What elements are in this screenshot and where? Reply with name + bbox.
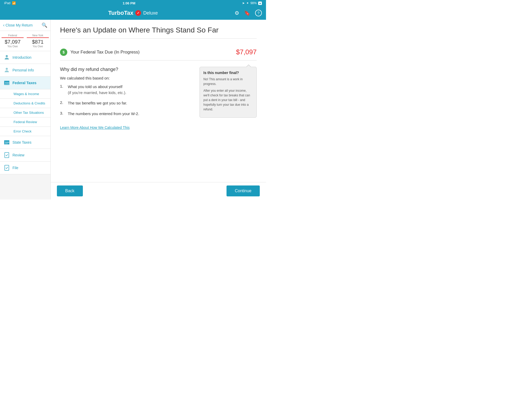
- back-chevron-icon: ‹: [3, 23, 4, 28]
- close-return-label: Close My Return: [5, 23, 32, 27]
- svg-point-0: [6, 55, 8, 57]
- battery-label: 98%: [250, 1, 257, 5]
- sidebar-item-label-error-check: Error Check: [14, 129, 31, 133]
- federal-amount: $7,097: [2, 39, 24, 45]
- federal-label: Federal: [2, 34, 24, 37]
- wifi-icon: 📶: [12, 1, 16, 5]
- tooltip-para2: After you enter all your income, we'll c…: [203, 88, 253, 112]
- introduction-icon: [4, 54, 10, 61]
- sidebar-item-other-tax[interactable]: Other Tax Situations: [0, 108, 50, 117]
- state-underline: [27, 37, 49, 38]
- help-icon[interactable]: ?: [255, 10, 262, 16]
- main-text-content: Why did my refund change? We calculated …: [60, 67, 193, 130]
- sidebar-item-label-state: State Taxes: [12, 140, 31, 144]
- sidebar-item-label-federal: Federal Taxes: [12, 81, 36, 85]
- continue-button[interactable]: Continue: [227, 185, 260, 196]
- header-actions: ⚙ 🔖 ?: [235, 10, 262, 16]
- bluetooth-icon: ✦: [246, 1, 249, 5]
- list-text-2: The tax benefits we got you so far.: [68, 100, 127, 106]
- app-name: TurboTax: [108, 10, 134, 16]
- file-icon: [4, 165, 10, 171]
- personal-info-icon: [4, 67, 10, 73]
- sidebar-item-review[interactable]: Review: [0, 149, 50, 162]
- edition-label: Deluxe: [143, 10, 158, 16]
- sidebar: ‹ Close My Return 🔍 Federal $7,097 You O…: [0, 20, 51, 200]
- sidebar-item-label-review: Review: [12, 153, 24, 157]
- settings-icon[interactable]: ⚙: [235, 10, 239, 16]
- sidebar-item-label-federal-review: Federal Review: [14, 120, 37, 124]
- footer: Back Continue: [51, 182, 266, 200]
- federal-due-label: Your Federal Tax Due (In Progress): [70, 50, 139, 55]
- federal-due-left: $ Your Federal Tax Due (In Progress): [60, 49, 139, 56]
- sidebar-item-wages[interactable]: Wages & Income: [0, 89, 50, 99]
- sidebar-item-file[interactable]: File: [0, 162, 50, 174]
- sidebar-item-federal-taxes[interactable]: TAXESFEDERAL Federal Taxes: [0, 77, 50, 89]
- reasons-list: 1. What you told us about yourself (if y…: [60, 84, 193, 117]
- state-summary: New York $871 You Owe: [25, 33, 50, 49]
- content-area: Here's an Update on Where Things Stand S…: [51, 20, 266, 200]
- app-logo: TurboTax ✓ Deluxe: [108, 10, 158, 16]
- tax-summary: Federal $7,097 You Owe New York $871 You…: [0, 31, 50, 51]
- svg-text:FEDERAL: FEDERAL: [4, 84, 9, 85]
- svg-text:STATE: STATE: [5, 143, 8, 144]
- list-item-2: 2. The tax benefits we got you so far.: [60, 100, 193, 106]
- svg-rect-8: [5, 152, 9, 158]
- bookmark-icon[interactable]: 🔖: [244, 10, 250, 16]
- federal-summary: Federal $7,097 You Owe: [0, 33, 25, 49]
- main-layout: ‹ Close My Return 🔍 Federal $7,097 You O…: [0, 20, 266, 200]
- content-body: Here's an Update on Where Things Stand S…: [51, 20, 266, 182]
- state-taxes-icon: TAXESSTATE: [4, 139, 10, 145]
- list-text-3: The numbers you entered from your W-2.: [68, 111, 139, 117]
- status-bar: iPad 📶 1:06 PM ➤ ✦ 98% ■: [0, 0, 266, 6]
- list-num-1: 1.: [60, 84, 65, 88]
- list-item-1: 1. What you told us about yourself (if y…: [60, 84, 193, 96]
- federal-taxes-icon: TAXESFEDERAL: [4, 80, 10, 86]
- sidebar-header: ‹ Close My Return 🔍: [0, 20, 50, 31]
- tooltip-box: Is this number final? No! This amount is…: [200, 67, 257, 118]
- state-owe: You Owe: [27, 45, 49, 48]
- sidebar-item-label-file: File: [12, 166, 18, 170]
- list-num-2: 2.: [60, 100, 65, 105]
- why-change-text: Why did my refund change?: [60, 67, 193, 72]
- search-icon[interactable]: 🔍: [42, 22, 47, 28]
- sidebar-item-error-check[interactable]: Error Check: [0, 127, 50, 136]
- checkmark-icon: ✓: [135, 10, 141, 16]
- sidebar-item-label-other-tax: Other Tax Situations: [14, 111, 44, 115]
- list-item-3: 3. The numbers you entered from your W-2…: [60, 111, 193, 117]
- federal-owe: You Owe: [2, 45, 24, 48]
- app-header: TurboTax ✓ Deluxe ⚙ 🔖 ?: [0, 6, 266, 20]
- device-label: iPad: [4, 1, 10, 5]
- page-title: Here's an Update on Where Things Stand S…: [60, 26, 257, 39]
- sidebar-item-label-personal: Personal Info: [12, 68, 34, 72]
- list-num-3: 3.: [60, 111, 65, 115]
- main-section: Why did my refund change? We calculated …: [60, 67, 257, 130]
- sidebar-item-label-introduction: Introduction: [12, 55, 31, 59]
- sidebar-item-label-wages: Wages & Income: [14, 92, 39, 96]
- federal-due-amount: $7,097: [236, 48, 257, 56]
- sidebar-item-personal-info[interactable]: Personal Info: [0, 64, 50, 77]
- tooltip-title: Is this number final?: [203, 71, 253, 75]
- state-amount: $871: [27, 39, 49, 45]
- review-icon: [4, 152, 10, 158]
- federal-due-row: $ Your Federal Tax Due (In Progress) $7,…: [60, 44, 257, 61]
- battery-icon: ■: [258, 2, 262, 5]
- based-on-text: We calculated this based on:: [60, 76, 193, 80]
- dollar-icon: $: [60, 49, 67, 56]
- close-return-button[interactable]: ‹ Close My Return: [3, 23, 33, 28]
- list-text-1: What you told us about yourself (if you'…: [68, 84, 126, 96]
- federal-underline: [2, 37, 24, 38]
- location-icon: ➤: [242, 1, 245, 5]
- svg-point-1: [6, 68, 8, 70]
- sidebar-item-federal-review[interactable]: Federal Review: [0, 117, 50, 127]
- sidebar-item-introduction[interactable]: Introduction: [0, 51, 50, 64]
- learn-more-link[interactable]: Learn More About How We Calculated This: [60, 125, 130, 130]
- sidebar-item-deductions[interactable]: Deductions & Credits: [0, 99, 50, 108]
- tooltip-para1: No! This amount is a work in progress.: [203, 77, 253, 86]
- time-display: 1:06 PM: [123, 1, 135, 5]
- back-button[interactable]: Back: [57, 185, 83, 196]
- sidebar-item-label-deductions: Deductions & Credits: [14, 101, 45, 105]
- state-label: New York: [27, 34, 49, 37]
- nav-menu: Introduction Personal Info TAXESFEDERAL …: [0, 51, 50, 200]
- svg-rect-9: [5, 165, 9, 170]
- sidebar-item-state-taxes[interactable]: TAXESSTATE State Taxes: [0, 136, 50, 149]
